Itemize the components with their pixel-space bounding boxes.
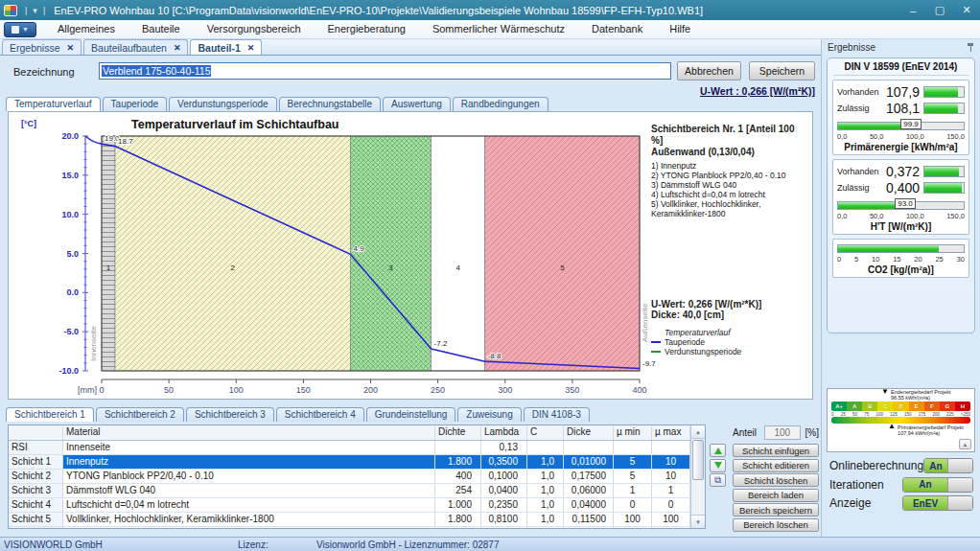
gauge-0: Vorhanden107,9Zulässig108,199.90,050,010… bbox=[832, 80, 969, 155]
toggle-label: Iterationen bbox=[829, 478, 884, 492]
tab-schichtbereich-3[interactable]: Schichtbereich 3 bbox=[186, 407, 274, 422]
abbrechen-button[interactable]: Abbrechen bbox=[677, 61, 741, 80]
tab-temperaturverlauf[interactable]: Temperaturverlauf bbox=[6, 97, 101, 111]
anteil-unit: [%] bbox=[805, 427, 819, 438]
copy-layer-button[interactable]: ⧉ bbox=[710, 473, 726, 487]
gauge-row-value: 108,1 bbox=[883, 101, 920, 116]
column-header-Dicke: Dicke bbox=[564, 425, 614, 440]
iterationen-toggle[interactable]: An bbox=[902, 477, 973, 493]
tab-berechnungstabelle[interactable]: Berechnungstabelle bbox=[279, 97, 381, 111]
table-cell: 5 bbox=[614, 470, 652, 483]
legend-item: Temperaturverlauf bbox=[651, 328, 808, 337]
tab-schichtbereich-2[interactable]: Schichtbereich 2 bbox=[96, 407, 184, 422]
scale-tick-label: 150,0 bbox=[946, 132, 965, 141]
energy-band-H: H bbox=[955, 402, 970, 411]
energy-scale-number: 50 bbox=[852, 412, 857, 417]
anzeige-toggle[interactable]: EnEV bbox=[902, 495, 973, 511]
schicht-editieren-button[interactable]: Schicht editieren bbox=[733, 459, 819, 472]
tab-schichtbereich-4[interactable]: Schichtbereich 4 bbox=[276, 407, 364, 422]
results-panel: Ergebnisse DIN V 18599 (EnEV 2014) Vorha… bbox=[821, 39, 980, 537]
tab-din-4108-3[interactable]: DIN 4108-3 bbox=[524, 407, 590, 422]
tab-randbedingungen[interactable]: Randbedingungen bbox=[453, 97, 548, 111]
table-cell bbox=[435, 441, 481, 454]
menu-item-hilfe[interactable]: Hilfe bbox=[656, 20, 704, 38]
menu-item-datenbank[interactable]: Datenbank bbox=[578, 20, 656, 38]
table-cell: 0,04000 bbox=[564, 498, 614, 512]
table-cell: Innenputz bbox=[63, 455, 435, 469]
svg-text:4: 4 bbox=[455, 264, 460, 272]
scrollbar-thumb[interactable] bbox=[692, 440, 704, 480]
move-layer-down-button[interactable] bbox=[710, 459, 726, 472]
menu-item-energieberatung[interactable]: Energieberatung bbox=[315, 20, 419, 38]
onlineberechnung-toggle[interactable]: An bbox=[923, 458, 973, 473]
close-tab-icon[interactable]: ✕ bbox=[67, 43, 75, 53]
toggle-gray-segment bbox=[947, 459, 972, 472]
minimize-button[interactable]: – bbox=[899, 0, 926, 20]
table-cell: 0,8100 bbox=[481, 513, 527, 526]
bereich-l-schen-button[interactable]: Bereich löschen bbox=[733, 518, 819, 532]
end-energy-arrow-icon: ▼ bbox=[881, 389, 889, 395]
table-row[interactable]: Schicht 1Innenputz1.8000,35001,00,010005… bbox=[9, 455, 705, 470]
energy-band-F: F bbox=[924, 402, 940, 411]
menu-item-versorgungsbereich[interactable]: Versorgungsbereich bbox=[194, 20, 315, 38]
tab-verdunstungsperiode[interactable]: Verdunstungsperiode bbox=[169, 97, 277, 111]
schicht-einf-gen-button[interactable]: Schicht einfügen bbox=[733, 444, 819, 457]
table-row[interactable]: RSIInnenseite0,13 bbox=[9, 441, 705, 455]
energy-band-B: B bbox=[862, 402, 877, 411]
doc-tab-bauteilaufbauten[interactable]: Bauteilaufbauten✕ bbox=[83, 39, 188, 55]
quick-access-toolbar-icon[interactable]: ▾ bbox=[33, 6, 37, 15]
column-header-Lambda: Lambda bbox=[481, 425, 527, 440]
speichern-button[interactable]: Speichern bbox=[749, 61, 815, 80]
pin-icon[interactable] bbox=[967, 43, 974, 52]
table-row[interactable]: Schicht 3Dämmstoff WLG 0402540,04001,00,… bbox=[9, 484, 705, 498]
close-tab-icon[interactable]: ✕ bbox=[174, 43, 181, 53]
table-row[interactable]: Schicht 4Luftschicht d=0,04 m lotrecht1.… bbox=[9, 498, 705, 513]
toggle-value: EnEV bbox=[903, 496, 947, 510]
svg-text:300: 300 bbox=[498, 385, 512, 395]
doc-tab-bauteil-1[interactable]: Bauteil-1✕ bbox=[190, 39, 262, 55]
scroll-up-icon[interactable]: ▲ bbox=[691, 425, 705, 439]
menu-item-sommerlicher-w-rmeschutz[interactable]: Sommerlicher Wärmeschutz bbox=[419, 20, 578, 38]
anteil-label: Anteil bbox=[733, 427, 757, 438]
tab-schichtbereich-1[interactable]: Schichtbereich 1 bbox=[6, 407, 94, 422]
svg-text:0: 0 bbox=[99, 385, 104, 395]
maximize-button[interactable]: ▢ bbox=[926, 0, 953, 20]
table-cell: 0,0000 bbox=[481, 527, 527, 529]
close-button[interactable]: ✕ bbox=[953, 0, 980, 20]
svg-text:250: 250 bbox=[431, 385, 445, 395]
table-scrollbar[interactable]: ▲ ▼ bbox=[690, 425, 705, 528]
move-layer-up-button[interactable] bbox=[710, 444, 726, 457]
energy-scale-number: 75 bbox=[864, 412, 869, 417]
menu-item-allgemeines[interactable]: Allgemeines bbox=[44, 20, 128, 38]
tab-zuweisung[interactable]: Zuweisung bbox=[457, 407, 521, 422]
gauge-row-value: 0,372 bbox=[883, 164, 920, 179]
schicht-l-schen-button[interactable]: Schicht löschen bbox=[733, 473, 819, 487]
tab-tauperiode[interactable]: Tauperiode bbox=[103, 97, 167, 111]
energy-label-expand-button[interactable]: ▲ bbox=[959, 439, 971, 449]
table-row[interactable]: Schicht 2YTONG Planblock PP2/0,40 - 0.10… bbox=[9, 470, 705, 484]
app-icon bbox=[4, 5, 17, 16]
energy-scale-number: 0 bbox=[831, 412, 834, 417]
bereich-speichern-button[interactable]: Bereich speichern bbox=[733, 503, 819, 517]
menu-item-bauteile[interactable]: Bauteile bbox=[128, 20, 194, 38]
co2-bar bbox=[838, 245, 939, 252]
scroll-down-icon[interactable]: ▼ bbox=[691, 515, 705, 528]
anteil-input[interactable]: 100 bbox=[764, 425, 801, 440]
column-header-µ max: µ max bbox=[652, 425, 690, 440]
tab-grundeinstellung[interactable]: Grundeinstellung bbox=[366, 407, 456, 422]
bezeichnung-input[interactable]: Verblend 175-60-40-115 bbox=[99, 62, 671, 80]
energy-scale-number: 100 bbox=[875, 412, 883, 417]
table-cell: 1,0 bbox=[527, 455, 564, 469]
close-tab-icon[interactable]: ✕ bbox=[247, 43, 255, 53]
doc-tab-ergebnisse[interactable]: Ergebnisse✕ bbox=[2, 39, 82, 55]
table-row[interactable]: Schicht 5Vollklinker, Hochlochklinker, K… bbox=[9, 513, 705, 527]
legend-item: Tauperiode bbox=[651, 337, 808, 347]
schichtbereich-info: Schichtbereich Nr. 1 [Anteil 100 %] Auße… bbox=[651, 124, 808, 356]
tab-auswertung[interactable]: Auswertung bbox=[383, 97, 451, 111]
groupbox-title: DIN V 18599 (EnEV 2014) bbox=[833, 61, 968, 76]
application-menu-button[interactable]: ▼ bbox=[4, 22, 36, 37]
legend-item: Verdunstungsperiode bbox=[651, 347, 808, 356]
bereich-laden-button[interactable]: Bereich laden bbox=[733, 489, 819, 502]
table-row[interactable]: Schicht 600,00000,00,0000000 bbox=[9, 527, 705, 529]
table-cell: 254 bbox=[435, 484, 481, 497]
